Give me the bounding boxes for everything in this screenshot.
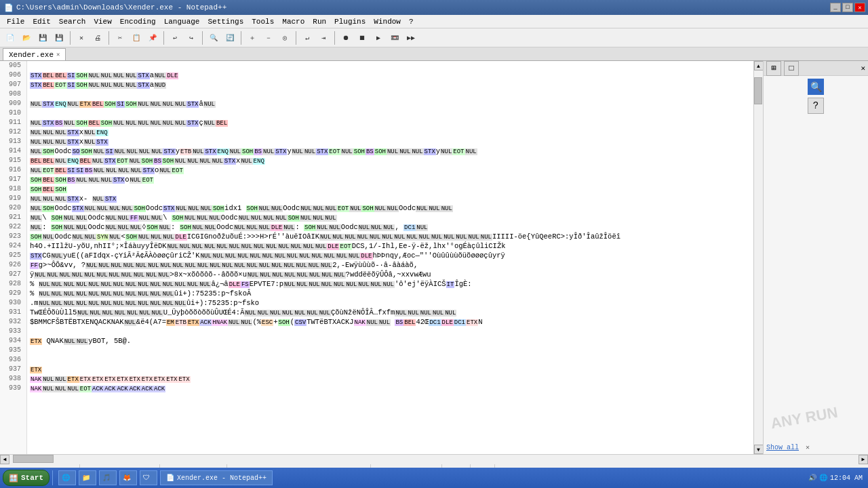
taskbar-open-item[interactable]: 📄 Xender.exe - Notepad++ <box>160 470 273 485</box>
tab-close-button[interactable]: ✕ <box>56 51 60 58</box>
line-911: NULSTXBSNULSOHBELSOHNULNULNULNULNULNULST… <box>27 118 753 127</box>
show-all-link[interactable]: Show all <box>766 444 799 451</box>
macro-play-button[interactable]: ▶ <box>371 30 386 45</box>
taskbar-ie-icon[interactable]: 🌐 <box>58 470 76 485</box>
taskbar-open-label: Xender.exe - Notepad++ <box>177 474 267 482</box>
menu-bar: File Edit Search View Encoding Language … <box>0 15 868 28</box>
code-editor[interactable]: STXBELBELSISOHNULNULNULNULSTXaNULDLE STX… <box>27 61 753 454</box>
tab-bar: Xender.exe ✕ <box>0 47 868 61</box>
redo-button[interactable]: ↪ <box>184 30 199 45</box>
cut-button[interactable]: ✂ <box>113 30 127 45</box>
line-938: NAKNULNULETXETXETXETXETXETXETXETXETXETX <box>27 374 753 384</box>
panel-dismiss-button[interactable]: ✕ <box>806 444 810 451</box>
scroll-track-h[interactable] <box>9 455 859 464</box>
scroll-right-arrow[interactable]: ▶ <box>859 455 868 464</box>
macro-save-button[interactable]: 📼 <box>387 30 402 45</box>
paste-button[interactable]: 📌 <box>145 30 160 45</box>
menu-view[interactable]: View <box>90 16 115 27</box>
zoom-in-button[interactable]: ＋ <box>245 30 260 45</box>
menu-macro[interactable]: Macro <box>278 16 309 27</box>
menu-window[interactable]: Window <box>370 16 405 27</box>
taskbar-explorer-icon[interactable]: 📁 <box>79 470 96 485</box>
maximize-button[interactable]: □ <box>842 3 853 12</box>
save-all-button[interactable]: 💾 <box>52 30 66 45</box>
menu-tools[interactable]: Tools <box>248 16 278 27</box>
panel-grid-icon[interactable]: ⊞ <box>766 61 781 76</box>
print-button[interactable]: 🖨 <box>90 30 105 45</box>
menu-language[interactable]: Language <box>160 16 204 27</box>
panel-content: 🔍 ? <box>764 76 868 261</box>
start-button[interactable]: 🪟 Start <box>3 470 50 486</box>
wrap-button[interactable]: ↵ <box>300 30 315 45</box>
menu-help[interactable]: ? <box>405 16 418 27</box>
macro-stop-button[interactable]: ⏹ <box>355 30 370 45</box>
close-file-button[interactable]: ✕ <box>74 30 89 45</box>
panel-help-button[interactable]: ? <box>808 98 824 114</box>
menu-encoding[interactable]: Encoding <box>116 16 160 27</box>
taskbar-open-icon: 📄 <box>166 474 174 482</box>
scroll-thumb-h[interactable] <box>13 455 54 463</box>
zoom-restore-button[interactable]: ◎ <box>277 30 292 45</box>
menu-plugins[interactable]: Plugins <box>330 16 370 27</box>
scroll-left-arrow[interactable]: ◀ <box>0 455 9 464</box>
scroll-track-v[interactable] <box>754 70 764 445</box>
ln-923: 923 <box>3 232 24 241</box>
new-button[interactable]: 📄 <box>3 30 18 45</box>
menu-settings[interactable]: Settings <box>203 16 248 27</box>
line-numbers: 905 906 907 908 909 910 911 912 913 914 … <box>0 61 27 454</box>
ln-934: 934 <box>3 336 24 346</box>
tray-icon-2[interactable]: 🌐 <box>819 474 827 482</box>
save-button[interactable]: 💾 <box>35 30 50 45</box>
minimize-button[interactable]: _ <box>830 3 841 12</box>
menu-run[interactable]: Run <box>309 16 330 27</box>
ln-933: 933 <box>3 327 24 336</box>
panel-search-button[interactable]: 🔍 <box>808 79 824 95</box>
open-button[interactable]: 📂 <box>19 30 34 45</box>
sep5 <box>241 31 241 45</box>
copy-button[interactable]: 📋 <box>129 30 144 45</box>
menu-search[interactable]: Search <box>55 16 90 27</box>
taskbar-av-icon[interactable]: 🛡 <box>140 470 157 485</box>
right-panel-close[interactable]: ✕ <box>861 64 865 73</box>
taskbar-media-icon[interactable]: 🎵 <box>99 470 117 485</box>
scroll-thumb-v[interactable] <box>754 77 762 104</box>
ln-908: 908 <box>3 89 24 99</box>
ln-906: 906 <box>3 70 24 80</box>
ln-938: 938 <box>3 374 24 384</box>
find-button[interactable]: 🔍 <box>206 30 221 45</box>
ln-916: 916 <box>3 165 24 175</box>
ln-926: 926 <box>3 260 24 270</box>
tab-xender[interactable]: Xender.exe ✕ <box>3 48 66 60</box>
code-lines: STXBELBELSISOHNULNULNULNULSTXaNULDLE STX… <box>27 61 753 393</box>
taskbar-firefox-icon[interactable]: 🦊 <box>119 470 137 485</box>
line-912: NULNULNULSTXxNULENQ <box>27 127 753 137</box>
menu-edit[interactable]: Edit <box>28 16 54 27</box>
find-replace-button[interactable]: 🔄 <box>222 30 237 45</box>
menu-file[interactable]: File <box>3 16 28 27</box>
panel-window-icon[interactable]: □ <box>784 61 799 76</box>
sep6 <box>296 31 296 45</box>
ln-924: 924 <box>3 241 24 251</box>
line-932: $BMMCFŠBTËBTXENQACKNAKNUL&ë4(A7=EMETBETX… <box>27 317 753 327</box>
tray-icon-1[interactable]: 🔊 <box>808 474 816 482</box>
zoom-out-button[interactable]: － <box>261 30 276 45</box>
macro-run-button[interactable]: ▶▶ <box>403 30 418 45</box>
line-909: NULSTXENQNULETXBELSOHSISOHNULNULNULNULST… <box>27 99 753 108</box>
ln-939: 939 <box>3 384 24 393</box>
ln-930: 930 <box>3 298 24 308</box>
sep7 <box>334 31 335 45</box>
start-icon: 🪟 <box>9 474 18 483</box>
ln-909: 909 <box>3 99 24 108</box>
taskbar: 🪟 Start 🌐 📁 🎵 🦊 🛡 📄 Xender.exe - Notepad… <box>0 468 868 488</box>
ln-907: 907 <box>3 80 24 89</box>
close-button[interactable]: ✕ <box>854 3 865 12</box>
vertical-scrollbar[interactable]: ▲ ▼ <box>753 61 763 454</box>
indent-button[interactable]: ⇥ <box>316 30 331 45</box>
macro-record-button[interactable]: ⏺ <box>338 30 353 45</box>
scroll-down-arrow[interactable]: ▼ <box>754 445 764 454</box>
undo-button[interactable]: ↩ <box>167 30 182 45</box>
panel-watermark-area: ANY RUN <box>764 261 868 441</box>
horizontal-scrollbar[interactable]: ◀ ▶ <box>0 454 868 464</box>
scroll-up-arrow[interactable]: ▲ <box>754 61 764 70</box>
line-908 <box>27 89 753 99</box>
